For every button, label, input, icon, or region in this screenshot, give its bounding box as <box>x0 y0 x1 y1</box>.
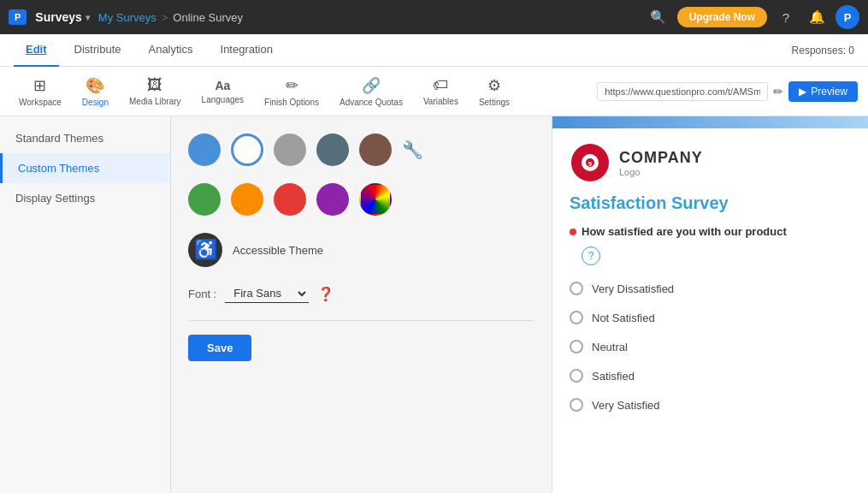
avatar-button[interactable]: P <box>836 5 859 29</box>
color-gray[interactable] <box>274 134 306 166</box>
option-satisfied[interactable]: Satisfied <box>570 361 851 390</box>
option-not-satisfied-label: Not Satisfied <box>592 312 655 324</box>
help-button[interactable]: ? <box>774 5 798 29</box>
survey-title: Satisfaction Survey <box>552 193 868 225</box>
logo-icon: P <box>15 12 21 22</box>
radio-very-satisfied[interactable] <box>570 398 583 412</box>
wrench-icon[interactable]: 🔧 <box>402 134 423 166</box>
design-label: Design <box>82 98 109 107</box>
color-grid-row2 <box>188 183 534 216</box>
accessible-theme-label: Accessible Theme <box>233 244 323 257</box>
tool-settings[interactable]: ⚙ Settings <box>470 71 518 112</box>
save-button[interactable]: Save <box>188 335 251 361</box>
variables-icon: 🏷 <box>433 76 448 94</box>
preview-label: Preview <box>811 86 847 98</box>
media-library-label: Media Library <box>129 97 181 106</box>
dropdown-arrow-icon[interactable]: ▾ <box>86 13 90 22</box>
color-slate[interactable] <box>316 134 349 166</box>
tab-edit[interactable]: Edit <box>14 34 59 67</box>
advance-quotas-label: Advance Quotas <box>340 98 403 107</box>
tab-integration[interactable]: Integration <box>209 34 285 67</box>
finish-options-label: Finish Options <box>264 98 319 107</box>
breadcrumb: My Surveys > Online Survey <box>98 11 243 24</box>
breadcrumb-current: Online Survey <box>173 11 243 24</box>
preview-header-stripe <box>552 116 868 128</box>
surveys-label: Surveys <box>35 10 81 24</box>
theme-panel: 🔧 ♿ Accessible Theme Font : Fira Sans Ar… <box>171 116 552 493</box>
survey-url-input[interactable] <box>597 82 768 101</box>
color-purple[interactable] <box>316 183 349 216</box>
required-dot-icon <box>570 229 576 235</box>
preview-button[interactable]: ▶ Preview <box>788 81 858 102</box>
company-logo-icon: 9 <box>570 142 611 183</box>
design-icon: 🎨 <box>86 76 104 95</box>
tool-languages[interactable]: Aa Languages <box>193 74 253 110</box>
edit-url-icon[interactable]: ✏ <box>773 85 783 98</box>
question-text: How satisfied are you with our product <box>582 225 787 238</box>
preview-panel: 9 COMPANY Logo Satisfaction Survey How s… <box>552 116 868 493</box>
question-label: How satisfied are you with our product <box>570 225 851 238</box>
media-library-icon: 🖼 <box>147 76 162 94</box>
sidebar-item-custom-themes[interactable]: Custom Themes <box>0 153 170 183</box>
color-blue[interactable] <box>188 134 221 166</box>
second-nav: Edit Distribute Analytics Integration Re… <box>0 34 868 67</box>
settings-icon: ⚙ <box>487 76 501 95</box>
tool-advance-quotas[interactable]: 🔗 Advance Quotas <box>331 71 411 112</box>
color-green[interactable] <box>188 183 221 216</box>
option-satisfied-label: Satisfied <box>592 370 635 383</box>
tool-finish-options[interactable]: ✏ Finish Options <box>256 71 328 112</box>
settings-label: Settings <box>479 98 510 107</box>
top-bar: P Surveys ▾ My Surveys > Online Survey 🔍… <box>0 0 868 34</box>
finish-options-icon: ✏ <box>286 76 298 95</box>
notification-button[interactable]: 🔔 <box>805 5 829 29</box>
svg-text:9: 9 <box>588 160 593 168</box>
option-not-satisfied[interactable]: Not Satisfied <box>570 303 851 332</box>
font-row: Font : Fira Sans Arial Roboto Open Sans … <box>188 284 534 303</box>
variables-label: Variables <box>423 97 458 106</box>
responses-label: Responses: 0 <box>792 45 854 56</box>
tab-distribute[interactable]: Distribute <box>62 34 133 67</box>
tool-variables[interactable]: 🏷 Variables <box>415 71 467 111</box>
tool-design[interactable]: 🎨 Design <box>74 71 117 112</box>
company-name: COMPANY <box>619 149 703 167</box>
app-logo: P <box>9 9 27 25</box>
font-select[interactable]: Fira Sans Arial Roboto Open Sans <box>225 284 309 303</box>
app-title: Surveys ▾ <box>35 10 89 24</box>
breadcrumb-separator: > <box>162 11 168 24</box>
breadcrumb-link[interactable]: My Surveys <box>98 11 156 24</box>
languages-label: Languages <box>202 95 245 104</box>
radio-neutral[interactable] <box>570 340 583 353</box>
sidebar-item-display-settings[interactable]: Display Settings <box>0 183 170 213</box>
advance-quotas-icon: 🔗 <box>362 76 381 95</box>
company-logo-sub: Logo <box>619 167 703 177</box>
languages-icon: Aa <box>215 79 230 92</box>
color-white[interactable] <box>231 134 263 166</box>
font-label: Font : <box>188 288 216 300</box>
question-section: How satisfied are you with our product ?… <box>552 225 868 419</box>
radio-not-satisfied[interactable] <box>570 311 583 324</box>
tool-media-library[interactable]: 🖼 Media Library <box>121 71 190 111</box>
tool-workspace[interactable]: ⊞ Workspace <box>10 71 70 112</box>
upgrade-button[interactable]: Upgrade Now <box>677 7 767 27</box>
font-help-icon[interactable]: ❓ <box>317 286 334 302</box>
color-multicolor[interactable] <box>359 183 392 216</box>
workspace-label: Workspace <box>19 98 62 107</box>
sidebar-item-standard-themes[interactable]: Standard Themes <box>0 123 170 153</box>
search-button[interactable]: 🔍 <box>647 5 670 29</box>
option-very-dissatisfied-label: Very Dissatisfied <box>592 282 674 295</box>
color-grid-row1: 🔧 <box>188 134 534 166</box>
option-neutral[interactable]: Neutral <box>570 332 851 361</box>
preview-icon: ▶ <box>799 86 806 98</box>
option-very-dissatisfied[interactable]: Very Dissatisfied <box>570 274 851 303</box>
color-brown[interactable] <box>359 134 392 166</box>
color-red[interactable] <box>274 183 306 216</box>
tab-analytics[interactable]: Analytics <box>136 34 204 67</box>
color-orange[interactable] <box>231 183 263 216</box>
option-very-satisfied-label: Very Satisfied <box>592 399 660 412</box>
toolbar: ⊞ Workspace 🎨 Design 🖼 Media Library Aa … <box>0 67 868 116</box>
radio-satisfied[interactable] <box>570 369 583 383</box>
radio-very-dissatisfied[interactable] <box>570 282 583 295</box>
option-very-satisfied[interactable]: Very Satisfied <box>570 390 851 419</box>
preview-logo-area: 9 COMPANY Logo <box>552 128 868 193</box>
question-help-icon[interactable]: ? <box>582 246 600 265</box>
